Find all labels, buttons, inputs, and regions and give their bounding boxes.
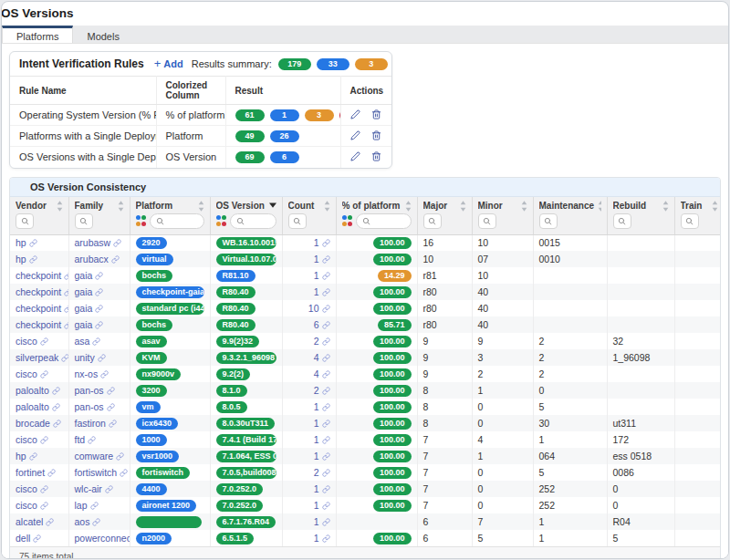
sort-icon[interactable] (118, 201, 124, 212)
vendor-link[interactable]: brocade (16, 418, 63, 429)
column-header-count[interactable]: Count (288, 201, 330, 212)
count-link[interactable]: 1 (288, 500, 330, 511)
filter-search-input[interactable] (288, 213, 307, 229)
add-rule-button[interactable]: + Add (154, 58, 183, 69)
count-link[interactable]: 1 (288, 451, 330, 461)
count-link[interactable]: 2 (288, 385, 330, 396)
count-link[interactable]: 10 (288, 303, 330, 314)
filter-search-input[interactable] (150, 213, 204, 229)
column-header-vendor[interactable]: Vendor (16, 201, 63, 212)
sort-icon[interactable] (405, 201, 412, 212)
count-link[interactable]: 1 (288, 418, 330, 429)
column-header--of-platform[interactable]: % of platform (342, 201, 412, 212)
family-link[interactable]: gaia (75, 303, 124, 314)
family-link[interactable]: arubacx (75, 254, 124, 264)
filter-search-input[interactable] (681, 213, 699, 229)
vendor-link[interactable]: cisco (16, 500, 63, 511)
edit-rule-button[interactable] (350, 151, 360, 163)
vendor-link[interactable]: fortinet (16, 467, 63, 478)
edit-rule-button[interactable] (350, 130, 360, 142)
vendor-link[interactable]: checkpoint (16, 286, 63, 297)
count-link[interactable]: 1 (288, 434, 330, 445)
family-link[interactable]: comware (75, 451, 124, 461)
family-link[interactable]: nx-os (75, 368, 124, 379)
count-link[interactable]: 2 (288, 467, 330, 478)
delete-rule-button[interactable] (371, 130, 381, 142)
column-header-train[interactable]: Train (681, 201, 718, 212)
column-header-minor[interactable]: Minor (478, 201, 527, 212)
family-link[interactable]: ftd (75, 434, 124, 445)
vendor-link[interactable]: cisco (16, 483, 63, 494)
sort-icon[interactable] (460, 201, 466, 212)
colorize-icon[interactable] (342, 215, 353, 226)
column-header-os-version[interactable]: OS Version (216, 201, 276, 211)
sort-desc-icon[interactable] (269, 202, 276, 208)
vendor-link[interactable]: checkpoint (16, 270, 63, 281)
edit-rule-button[interactable] (350, 109, 360, 121)
tab-platforms[interactable]: Platforms (2, 26, 73, 43)
family-link[interactable]: asa (75, 336, 124, 347)
count-link[interactable]: 1 (288, 516, 330, 527)
sort-icon[interactable] (198, 201, 204, 212)
family-link[interactable]: arubasw (75, 237, 124, 248)
count-link[interactable]: 1 (288, 237, 330, 248)
column-header-platform[interactable]: Platform (136, 201, 204, 212)
sort-icon[interactable] (712, 201, 718, 212)
sort-icon[interactable] (324, 201, 330, 212)
colorize-icon[interactable] (216, 215, 227, 226)
column-header-rebuild[interactable]: Rebuild (613, 201, 669, 212)
count-link[interactable]: 6 (288, 319, 330, 330)
vendor-link[interactable]: checkpoint (16, 319, 63, 330)
family-link[interactable]: pan-os (75, 385, 124, 396)
vendor-link[interactable]: paloalto (16, 385, 63, 396)
sort-icon[interactable] (521, 201, 527, 212)
count-link[interactable]: 1 (288, 533, 330, 544)
column-header-maintenance[interactable]: Maintenance (539, 201, 601, 212)
family-link[interactable]: gaia (75, 319, 124, 330)
count-link[interactable]: 4 (288, 368, 330, 379)
sort-icon[interactable] (57, 201, 63, 212)
count-link[interactable]: 1 (288, 483, 330, 494)
count-link[interactable]: 2 (288, 336, 330, 347)
family-link[interactable]: wlc-air (75, 483, 124, 494)
filter-search-input[interactable] (356, 213, 412, 229)
filter-search-input[interactable] (478, 213, 496, 229)
count-link[interactable]: 1 (288, 401, 330, 412)
family-link[interactable]: aos (75, 516, 124, 527)
filter-search-input[interactable] (16, 213, 34, 229)
vendor-link[interactable]: cisco (16, 336, 63, 347)
vendor-link[interactable]: paloalto (16, 401, 63, 412)
family-link[interactable]: lap (75, 500, 124, 511)
family-link[interactable]: unity (75, 352, 124, 363)
vendor-link[interactable]: checkpoint (16, 303, 63, 314)
sort-icon[interactable] (598, 201, 600, 212)
count-link[interactable]: 1 (288, 270, 330, 281)
vendor-link[interactable]: hp (16, 451, 63, 461)
family-link[interactable]: powerconnect (75, 533, 124, 544)
vendor-link[interactable]: alcatel (16, 516, 63, 527)
filter-search-input[interactable] (230, 213, 276, 229)
column-header-major[interactable]: Major (423, 201, 466, 212)
tab-models[interactable]: Models (73, 26, 132, 43)
filter-search-input[interactable] (423, 213, 442, 229)
count-link[interactable]: 1 (288, 254, 330, 264)
filter-search-input[interactable] (75, 213, 93, 229)
filter-search-input[interactable] (613, 213, 631, 229)
vendor-link[interactable]: dell (16, 533, 63, 544)
colorize-icon[interactable] (136, 215, 147, 226)
vendor-link[interactable]: hp (16, 254, 63, 264)
delete-rule-button[interactable] (371, 109, 381, 121)
family-link[interactable]: gaia (75, 286, 124, 297)
sort-icon[interactable] (662, 201, 669, 212)
family-link[interactable]: fortiswitch (75, 467, 124, 478)
column-header-family[interactable]: Family (75, 201, 124, 212)
family-link[interactable]: gaia (75, 270, 124, 281)
vendor-link[interactable]: hp (16, 237, 63, 248)
family-link[interactable]: pan-os (75, 401, 124, 412)
filter-search-input[interactable] (539, 213, 558, 229)
count-link[interactable]: 4 (288, 352, 330, 363)
vendor-link[interactable]: cisco (16, 368, 63, 379)
delete-rule-button[interactable] (371, 151, 381, 163)
count-link[interactable]: 1 (288, 286, 330, 297)
vendor-link[interactable]: silverpeak (16, 352, 63, 363)
